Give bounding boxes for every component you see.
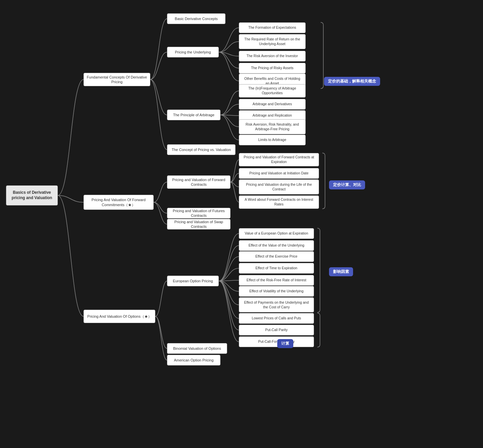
node-l3n: A Word about Forward Contracts on Intere… bbox=[239, 195, 319, 209]
node-l1c: Pricing And Valuation Of Options（★） bbox=[84, 310, 155, 323]
node-l1b: Pricing And Valuation Of Forward Commitm… bbox=[84, 195, 154, 210]
node-l3g: Arbitrage and Derivatives bbox=[239, 99, 306, 110]
node-l3o: Value of a European Option at Expiration bbox=[239, 228, 314, 239]
node-l2e: Pricing and Valuation of Forward Contrac… bbox=[167, 175, 230, 189]
node-l3a: The Formation of Expectations bbox=[239, 22, 306, 33]
node-root: Basics of Derivative pricing and Valuati… bbox=[6, 185, 58, 205]
badge-b2: 定价计算、对比 bbox=[329, 180, 365, 189]
node-l2b: Pricing the Underlying bbox=[167, 47, 219, 57]
node-l3k: Pricing and Valuation of Forward Contrac… bbox=[239, 153, 319, 166]
node-l3c: The Risk Aversion of the Investor bbox=[239, 51, 306, 61]
node-l2a: Basic Derivative Concepts bbox=[167, 13, 225, 24]
node-l3u: Effect of Payments on the Underlying and… bbox=[239, 297, 314, 312]
node-l3q: Effect of the Exercise Price bbox=[239, 251, 314, 262]
node-l3i: Risk Aversion, Risk Neutrality, and Arbi… bbox=[239, 119, 306, 134]
node-l2i: Binomial Valuation of Options bbox=[167, 343, 227, 354]
mindmap-container: Basics of Derivative pricing and Valuati… bbox=[0, 0, 483, 448]
node-l3j: Limits to Arbitrage bbox=[239, 135, 306, 145]
node-l3b: The Required Rate of Return on the Under… bbox=[239, 34, 306, 49]
node-l3f: The (In)Frequency of Arbitrage Opportuni… bbox=[239, 84, 306, 98]
node-l2d: The Concept of Pricing vs. Valuation bbox=[167, 144, 235, 155]
node-l2c: The Principle of Arbitrage bbox=[167, 110, 220, 120]
node-l3x: Put-Call-Forward Parity bbox=[239, 336, 314, 347]
node-l3m: Pricing and Valuation during the Life of… bbox=[239, 179, 319, 194]
node-l3s: Effect of the Risk-Free Rate of Interest bbox=[239, 275, 314, 286]
node-l2j: American Option Pricing bbox=[167, 355, 220, 365]
node-l3r: Effect of Time to Expiration bbox=[239, 263, 314, 274]
node-l2h: European Option Pricing bbox=[167, 276, 219, 286]
node-l3d: The Pricing of Risky Assets bbox=[239, 63, 306, 73]
node-l2g: Pricing and Valuation of Swap Contracts bbox=[167, 219, 230, 230]
node-l3p: Effect of the Value of the Underlying bbox=[239, 240, 314, 251]
node-l3w: Put-Call Parity bbox=[239, 325, 314, 335]
node-l3t: Effect of Volatility of the Underlying bbox=[239, 286, 314, 297]
badge-b4: 计算 bbox=[277, 339, 293, 348]
node-l3l: Pricing and Valuation at Initiation Date bbox=[239, 168, 319, 179]
badge-b1: 定价的基础，解释相关概念 bbox=[324, 77, 380, 86]
badge-b3: 影响因素 bbox=[329, 267, 353, 276]
node-l2f: Pricing and Valuation of Futures Contrac… bbox=[167, 208, 230, 218]
node-l3v: Lowest Prices of Calls and Puts bbox=[239, 313, 314, 324]
node-l1a: Fundamental Concepts Of Derivative Prici… bbox=[84, 73, 150, 86]
